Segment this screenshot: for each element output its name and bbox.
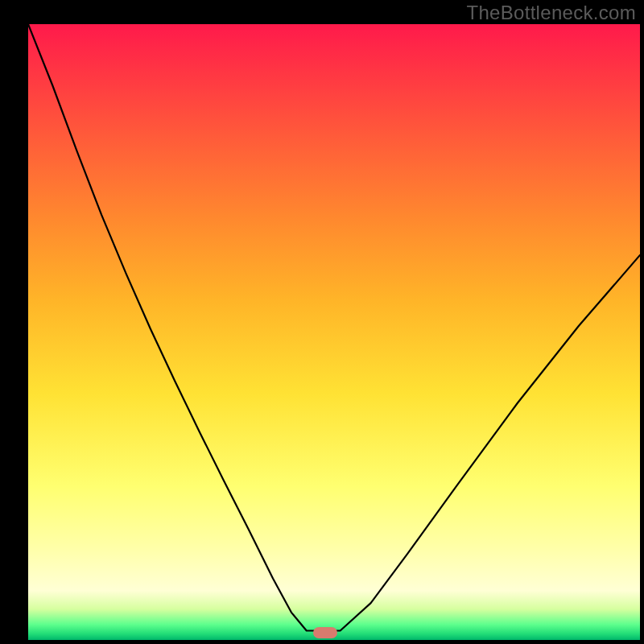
bottleneck-marker — [313, 627, 337, 638]
frame: TheBottleneck.com — [0, 0, 644, 644]
watermark-text: TheBottleneck.com — [466, 2, 636, 24]
plot-area — [28, 24, 640, 640]
bottleneck-curve — [28, 24, 640, 640]
